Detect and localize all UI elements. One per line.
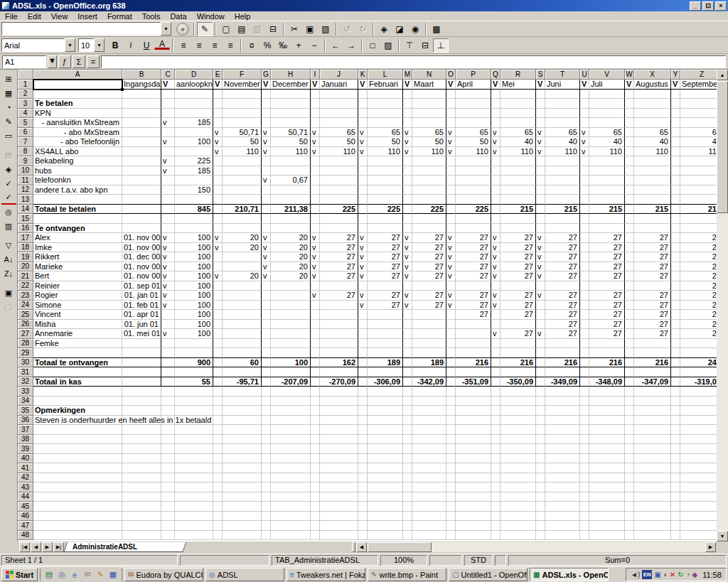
cell-x37[interactable] — [634, 425, 671, 435]
cell-l13[interactable] — [368, 195, 403, 205]
cell-d30[interactable]: 900 — [175, 358, 213, 368]
cell-g5[interactable] — [262, 118, 271, 128]
cell-l41[interactable] — [368, 463, 403, 473]
cell-h27[interactable] — [271, 329, 311, 339]
autospellcheck-icon[interactable]: ✓ — [1, 190, 16, 205]
cell-j14[interactable]: 225 — [320, 205, 358, 215]
column-header-t[interactable]: T — [545, 70, 580, 80]
cell-y11[interactable] — [671, 176, 680, 185]
cell-s16[interactable] — [536, 224, 545, 234]
cell-u36[interactable] — [580, 416, 589, 426]
cell-m1[interactable]: V — [403, 80, 412, 90]
cell-m47[interactable] — [403, 521, 412, 531]
cell-v33[interactable] — [589, 387, 625, 397]
cell-m15[interactable] — [403, 214, 412, 224]
cell-e20[interactable] — [213, 262, 223, 272]
cell-e5[interactable] — [213, 118, 223, 128]
row-header-4[interactable]: 4 — [18, 109, 33, 119]
cell-a36[interactable]: Steven is onderhuurder en heeft alles in… — [33, 416, 122, 426]
cell-i29[interactable] — [311, 348, 320, 358]
cell-f20[interactable] — [223, 262, 262, 272]
cell-u35[interactable] — [580, 406, 589, 416]
cell-i18[interactable]: v — [311, 243, 320, 253]
cell-f17[interactable]: 20 — [223, 233, 262, 243]
cell-g9[interactable] — [262, 156, 271, 166]
cell-u29[interactable] — [580, 348, 589, 358]
cell-k2[interactable] — [358, 90, 368, 99]
cell-o26[interactable] — [446, 320, 456, 330]
cell-t15[interactable] — [545, 214, 580, 224]
cell-m20[interactable]: v — [403, 262, 412, 272]
cell-q14[interactable] — [491, 205, 500, 215]
cell-u2[interactable] — [580, 90, 589, 99]
cell-o6[interactable]: v — [446, 128, 456, 138]
cell-p21[interactable]: 27 — [456, 271, 491, 281]
cell-e6[interactable]: v — [213, 128, 223, 138]
cell-i6[interactable]: v — [311, 128, 320, 138]
cell-l15[interactable] — [368, 214, 403, 224]
cell-j29[interactable] — [320, 348, 358, 358]
cell-b11[interactable] — [122, 176, 161, 185]
cell-j19[interactable]: 27 — [320, 252, 358, 262]
cell-m34[interactable] — [403, 397, 412, 406]
cell-w30[interactable] — [625, 358, 634, 368]
cell-q11[interactable] — [491, 176, 500, 185]
cell-q45[interactable] — [491, 502, 500, 512]
cell-i27[interactable] — [311, 329, 320, 339]
cell-q7[interactable]: v — [491, 137, 500, 147]
cell-q38[interactable] — [491, 435, 500, 445]
cell-z35[interactable] — [680, 406, 717, 416]
cell-v23[interactable]: 27 — [589, 291, 625, 301]
cell-h24[interactable] — [271, 301, 311, 311]
cell-j33[interactable] — [320, 387, 358, 397]
cell-w27[interactable] — [625, 329, 634, 339]
cell-p25[interactable]: 27 — [456, 310, 491, 320]
number-percent-icon[interactable]: % — [259, 38, 275, 53]
cell-k25[interactable] — [358, 310, 368, 320]
cell-g43[interactable] — [262, 483, 271, 492]
cell-w48[interactable] — [625, 531, 634, 541]
cell-m4[interactable] — [403, 109, 412, 119]
cell-p40[interactable] — [456, 454, 491, 464]
cell-q25[interactable] — [491, 310, 500, 320]
cell-t35[interactable] — [545, 406, 580, 416]
menu-item-data[interactable]: Data — [165, 11, 191, 21]
cell-g28[interactable] — [262, 339, 271, 349]
cell-u3[interactable] — [580, 99, 589, 109]
cell-p38[interactable] — [456, 435, 491, 445]
cell-h45[interactable] — [271, 502, 311, 512]
cell-i42[interactable] — [311, 473, 320, 483]
cell-y8[interactable] — [671, 147, 680, 157]
cell-b46[interactable] — [122, 512, 161, 522]
italic-icon[interactable]: i — [123, 38, 139, 53]
cell-t37[interactable] — [545, 425, 580, 435]
cell-c27[interactable]: v — [161, 329, 175, 339]
cell-a11[interactable]: telefoonkn — [33, 176, 122, 185]
cell-i40[interactable] — [311, 454, 320, 464]
cell-q18[interactable]: v — [491, 243, 500, 253]
cell-m29[interactable] — [403, 348, 412, 358]
cell-f47[interactable] — [223, 521, 262, 531]
cell-c37[interactable] — [161, 425, 175, 435]
cell-z31[interactable] — [680, 367, 717, 377]
cell-d44[interactable] — [175, 492, 213, 502]
cell-n24[interactable]: 27 — [412, 301, 446, 311]
cell-r44[interactable] — [500, 492, 536, 502]
cell-n30[interactable]: 189 — [412, 358, 446, 368]
cell-w26[interactable] — [625, 320, 634, 330]
row-header-13[interactable]: 13 — [18, 195, 33, 205]
cell-j31[interactable] — [320, 367, 358, 377]
cell-e9[interactable] — [213, 156, 223, 166]
cell-i36[interactable] — [311, 416, 320, 426]
cell-p34[interactable] — [456, 397, 491, 406]
cell-l26[interactable] — [368, 320, 403, 330]
cell-e12[interactable] — [213, 185, 223, 195]
cell-b9[interactable] — [122, 156, 161, 166]
cell-c26[interactable] — [161, 320, 175, 330]
cell-k8[interactable]: v — [358, 147, 368, 157]
cell-l31[interactable] — [368, 367, 403, 377]
cell-d38[interactable] — [175, 435, 213, 445]
cell-p8[interactable]: 110 — [456, 147, 491, 157]
show-desktop-icon[interactable]: ▤ — [43, 569, 55, 581]
cell-j1[interactable]: Januari — [320, 80, 358, 90]
